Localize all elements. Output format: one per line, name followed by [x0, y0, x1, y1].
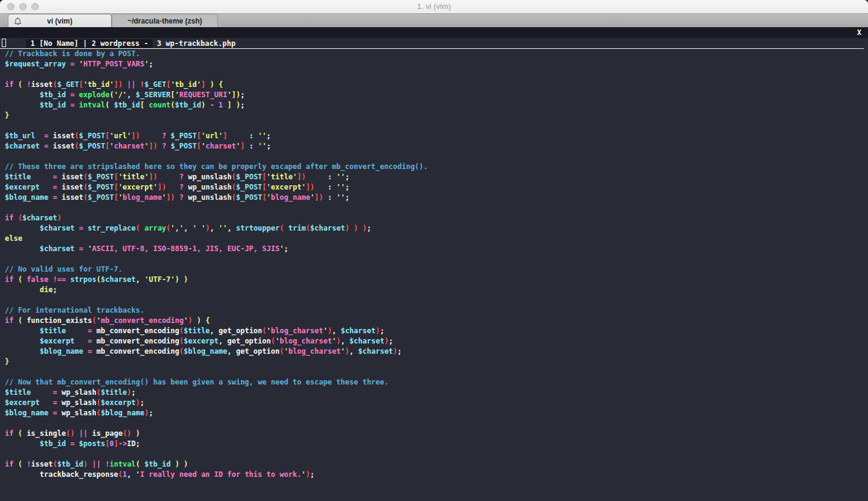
code-token: $charset: [40, 244, 75, 253]
code-token: die: [40, 286, 53, 294]
code-token: ;: [345, 193, 349, 202]
code-token: blog_name: [271, 193, 310, 202]
code-line[interactable]: // Trackback is done by a POST.: [5, 49, 868, 59]
code-token: ;: [136, 439, 140, 448]
minimize-button[interactable]: [19, 3, 27, 10]
zoom-button[interactable]: [31, 3, 39, 10]
code-line[interactable]: $excerpt = wp_slash($excerpt);: [5, 398, 868, 408]
code-line[interactable]: if ( function_exists('mb_convert_encodin…: [5, 316, 868, 326]
code-token: ASCII, UTF-8, ISO-8859-1, JIS, EUC-JP, S…: [92, 244, 280, 253]
code-token: blog_charset: [271, 327, 324, 335]
code-token: (: [262, 327, 266, 335]
code-token: ,: [127, 91, 135, 99]
code-line[interactable]: $charset = isset($_POST['charset']) ? $_…: [5, 141, 868, 152]
code-token: [140, 132, 162, 140]
code-line[interactable]: [5, 152, 868, 162]
code-token: ) ): [171, 460, 188, 468]
code-token: $tb_id: [40, 91, 66, 99]
code-token: ,: [219, 337, 227, 345]
code-line[interactable]: $blog_name = isset($_POST['blog_name']) …: [5, 193, 868, 203]
code-token: =: [53, 193, 61, 202]
code-line[interactable]: if ( false !== strpos($charset, 'UTF-7')…: [5, 275, 868, 285]
code-line[interactable]: $excerpt = isset($_POST['excerpt']) ? wp…: [5, 182, 868, 193]
code-token: $_POST: [88, 183, 113, 191]
code-token: =: [53, 409, 61, 417]
code-token: $_POST: [236, 193, 262, 202]
vim-tabline-close-button[interactable]: X: [857, 27, 861, 38]
code-token: $_GET: [144, 80, 166, 89]
code-token: ;: [345, 173, 349, 181]
code-token: array: [144, 224, 166, 232]
code-token: ;: [310, 470, 314, 479]
code-token: (: [279, 224, 288, 232]
code-line[interactable]: $blog_name = mb_convert_encoding($blog_n…: [5, 346, 868, 357]
code-line[interactable]: $title = wp_slash($title);: [5, 388, 868, 398]
code-line[interactable]: $tb_url = isset($_POST['url']) ? $_POST[…: [5, 131, 868, 141]
code-line[interactable]: $charset = 'ASCII, UTF-8, ISO-8859-1, JI…: [5, 244, 868, 254]
tab-dracula-zsh[interactable]: ~/dracula-theme (zsh): [112, 14, 218, 27]
code-token: [75, 244, 79, 253]
code-token: $blog_name: [5, 193, 48, 202]
code-token: (): [66, 429, 74, 438]
code-line[interactable]: else: [5, 234, 868, 244]
code-token: ]): [306, 183, 314, 191]
code-line[interactable]: $tb_id = intval( $tb_id[ count($tb_id) -…: [5, 100, 868, 110]
close-button[interactable]: [7, 3, 14, 10]
code-token: $_GET: [57, 80, 79, 89]
code-line[interactable]: if ( !isset($_GET['tb_id']) || !$_GET['t…: [5, 80, 868, 90]
code-line[interactable]: [5, 367, 868, 377]
code-token: $blog_name: [101, 409, 144, 417]
code-token: ': [79, 60, 83, 68]
code-line[interactable]: $title = mb_convert_encoding($title, get…: [5, 326, 868, 336]
code-token: [: [166, 80, 170, 89]
code-line[interactable]: // Now that mb_convert_encoding() has be…: [5, 377, 868, 388]
code-line[interactable]: // These three are stripslashed here so …: [5, 162, 868, 172]
code-line[interactable]: [5, 121, 868, 131]
code-token: count: [148, 101, 170, 109]
code-token: $_POST: [171, 132, 197, 140]
code-line[interactable]: if ($charset): [5, 213, 868, 223]
tab-vi-vim[interactable]: vi (vim): [8, 14, 112, 27]
code-line[interactable]: // No valid uses for UTF-7.: [5, 264, 868, 275]
code-token: ;: [132, 388, 136, 397]
code-line[interactable]: if ( !isset($tb_id) || !intval( $tb_id )…: [5, 459, 868, 470]
code-token: ,: [228, 347, 236, 356]
code-line[interactable]: $tb_id = explode('/', $_SERVER['REQUEST_…: [5, 90, 868, 100]
code-line[interactable]: [5, 203, 868, 213]
code-token: ): [205, 224, 209, 232]
code-line[interactable]: [5, 254, 868, 264]
code-token: intval: [79, 101, 105, 109]
code-token: '': [219, 224, 227, 232]
code-token: ;: [397, 347, 401, 356]
code-line[interactable]: }: [5, 110, 868, 121]
code-line[interactable]: $charset = str_replace( array(',', ' '),…: [5, 223, 868, 234]
code-token: '': [258, 132, 266, 140]
code-line[interactable]: [5, 449, 868, 459]
code-token: =: [88, 347, 96, 356]
code-line[interactable]: $title = isset($_POST['title']) ? wp_uns…: [5, 172, 868, 182]
code-line[interactable]: trackback_response(1, 'I really need an …: [5, 470, 868, 480]
code-line[interactable]: $request_array = 'HTTP_POST_VARS';: [5, 59, 868, 69]
code-area[interactable]: // Trackback is done by a POST.$request_…: [0, 49, 868, 480]
code-line[interactable]: $blog_name = wp_slash($blog_name);: [5, 408, 868, 418]
code-line[interactable]: die;: [5, 285, 868, 295]
code-line[interactable]: [5, 418, 868, 429]
code-token: (: [75, 142, 79, 150]
code-token: '/': [114, 91, 127, 99]
code-token: [40, 183, 53, 191]
code-line[interactable]: $excerpt = mb_convert_encoding($excerpt,…: [5, 336, 868, 346]
code-token: ': [109, 142, 113, 150]
code-line[interactable]: [5, 295, 868, 305]
code-token: $charset: [40, 224, 75, 232]
code-line[interactable]: if ( is_single() || is_page() ): [5, 429, 868, 439]
code-line[interactable]: $tb_id = $posts[0]->ID;: [5, 439, 868, 449]
code-token: [314, 183, 328, 191]
code-line[interactable]: }: [5, 357, 868, 367]
code-line[interactable]: // For international trackbacks.: [5, 305, 868, 316]
code-token: blog_name: [123, 193, 162, 202]
code-token: wp_slash: [62, 398, 97, 407]
code-token: [75, 429, 79, 438]
code-token: (: [171, 101, 175, 109]
code-token: [: [262, 193, 266, 202]
code-line[interactable]: [5, 69, 868, 80]
